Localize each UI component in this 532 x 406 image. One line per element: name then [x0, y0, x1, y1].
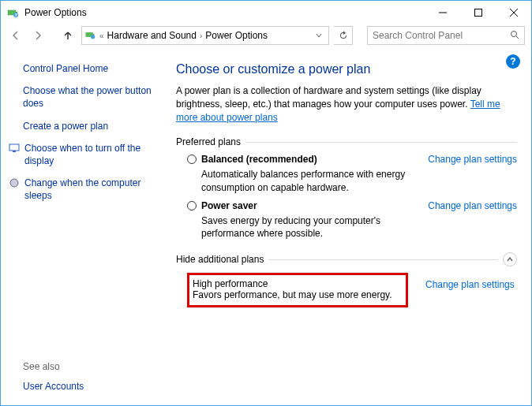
sidebar-power-button-link[interactable]: Choose what the power button does	[23, 84, 155, 110]
chevron-right-icon: ›	[200, 32, 202, 40]
see-also: See also User Accounts	[23, 361, 84, 393]
body: Control Panel Home Choose what the power…	[1, 51, 531, 405]
back-button[interactable]	[7, 27, 24, 44]
search-input[interactable]: Search Control Panel	[367, 26, 525, 45]
refresh-button[interactable]	[334, 26, 353, 45]
change-settings-high[interactable]: Change plan settings	[425, 279, 515, 290]
user-accounts-link[interactable]: User Accounts	[23, 380, 84, 393]
radio-balanced[interactable]	[187, 155, 197, 164]
intro-body: A power plan is a collection of hardware…	[176, 85, 481, 110]
window-title: Power Options	[24, 7, 425, 18]
radio-power-saver[interactable]	[187, 201, 197, 210]
sidebar: Control Panel Home Choose what the power…	[1, 51, 167, 405]
breadcrumb-hardware[interactable]: Hardware and Sound	[107, 30, 197, 41]
svg-rect-4	[474, 9, 481, 17]
titlebar: Power Options	[1, 1, 531, 24]
battery-icon	[85, 29, 96, 43]
hide-additional-text: Hide additional plans	[176, 254, 264, 265]
highlight-box: High performance Favors performance, but…	[187, 273, 408, 307]
close-button[interactable]	[496, 1, 531, 24]
search-icon	[510, 30, 519, 42]
address-dropdown-icon[interactable]	[313, 32, 325, 39]
divider	[268, 259, 498, 260]
help-icon[interactable]: ?	[506, 54, 520, 69]
forward-button[interactable]	[29, 27, 47, 44]
chevron-up-icon[interactable]	[503, 252, 517, 266]
display-icon	[9, 143, 20, 154]
control-panel-home-link[interactable]: Control Panel Home	[23, 62, 155, 75]
nav-row: « Hardware and Sound › Power Options Sea…	[1, 24, 531, 51]
svg-line-11	[516, 36, 519, 39]
intro-text: A power plan is a collection of hardware…	[176, 84, 517, 124]
sidebar-create-plan-link[interactable]: Create a power plan	[23, 120, 155, 132]
plan-balanced: Balanced (recommended) Automatically bal…	[187, 154, 517, 193]
sidebar-sleep-link[interactable]: Change when the computer sleeps	[24, 177, 155, 202]
up-button[interactable]	[59, 27, 77, 44]
chevron-left-icon: «	[99, 32, 104, 40]
battery-icon	[7, 6, 20, 19]
plan-high-name: High performance	[193, 278, 268, 289]
window-buttons	[425, 1, 531, 24]
plan-saver-desc: Saves energy by reducing your computer's…	[201, 214, 422, 240]
svg-point-9	[91, 35, 95, 39]
svg-point-14	[10, 179, 18, 187]
moon-icon	[9, 177, 20, 188]
main-content: ? Choose or customize a power plan A pow…	[167, 51, 531, 405]
change-settings-saver[interactable]: Change plan settings	[428, 200, 517, 211]
minimize-button[interactable]	[425, 1, 460, 24]
search-placeholder: Search Control Panel	[373, 30, 463, 41]
divider	[245, 142, 517, 143]
svg-point-10	[511, 31, 517, 36]
svg-rect-12	[9, 144, 19, 151]
hide-additional-plans-label[interactable]: Hide additional plans	[176, 252, 517, 266]
page-title: Choose or customize a power plan	[176, 62, 517, 76]
breadcrumb-power[interactable]: Power Options	[205, 30, 268, 41]
maximize-button[interactable]	[460, 1, 496, 24]
change-settings-balanced[interactable]: Change plan settings	[428, 154, 517, 165]
sidebar-turn-off-display-link[interactable]: Choose when to turn off the display	[24, 142, 155, 167]
plan-power-saver: Power saver Saves energy by reducing you…	[187, 200, 517, 240]
preferred-plans-text: Preferred plans	[176, 136, 241, 147]
power-options-window: Power Options « Hardware and Sound › Pow…	[0, 0, 532, 406]
svg-rect-13	[13, 151, 16, 152]
plan-balanced-desc: Automatically balances performance with …	[201, 168, 422, 193]
see-also-label: See also	[23, 361, 84, 372]
address-bar[interactable]: « Hardware and Sound › Power Options	[81, 26, 329, 45]
preferred-plans-label: Preferred plans	[176, 136, 517, 147]
plan-balanced-name: Balanced (recommended)	[201, 154, 317, 165]
plan-high-performance: High performance Favors performance, but…	[187, 273, 517, 307]
plan-high-desc: Favors performance, but may use more ene…	[193, 289, 403, 300]
plan-saver-name: Power saver	[201, 200, 257, 211]
